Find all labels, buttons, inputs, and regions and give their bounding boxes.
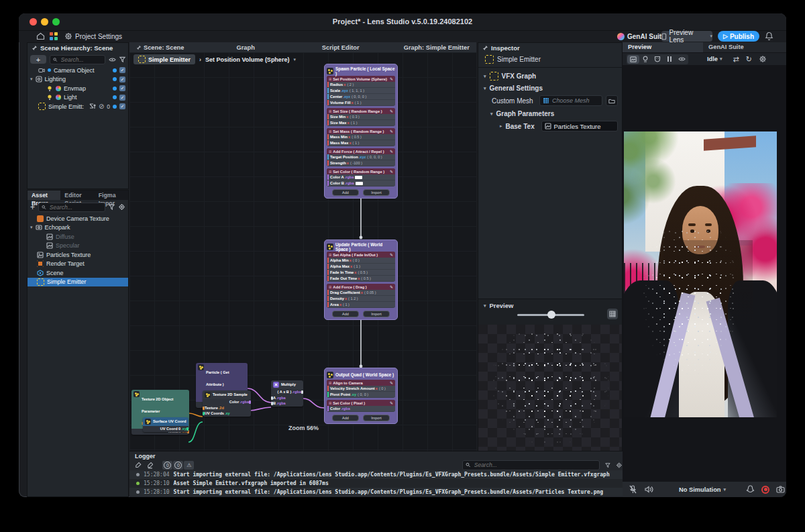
- visible-dot[interactable]: [113, 77, 117, 81]
- edit-icon[interactable]: ✎: [390, 252, 393, 257]
- scene-hierarchy-header[interactable]: Scene Hierarchy: Scene: [28, 43, 128, 53]
- inspector-header[interactable]: Inspector: [478, 43, 622, 53]
- general-settings-section[interactable]: ▾ General Settings: [478, 82, 622, 93]
- preview-settings-icon[interactable]: [759, 55, 767, 63]
- choose-mesh-field[interactable]: Choose Mesh: [539, 95, 602, 106]
- param-row[interactable]: Velocity Stretch Amountx( 0 ): [327, 386, 395, 391]
- edit-icon[interactable]: ✎: [390, 109, 393, 113]
- block-set-position-volume[interactable]: ⊞ Set Position Volume (Sphere)✎ Radiusx(…: [327, 76, 395, 106]
- visible-dot[interactable]: [113, 95, 117, 99]
- node-update-particle[interactable]: Update Particle ( World Space ) ⊞ Set Al…: [324, 240, 398, 320]
- tab-editor-script[interactable]: Editor Script: [60, 191, 94, 200]
- asset-row-specular[interactable]: Specular: [28, 242, 128, 251]
- asset-row-device-camera[interactable]: Device Camera Texture: [28, 214, 128, 223]
- asset-search-input[interactable]: [48, 203, 102, 211]
- enabled-checkbox[interactable]: ✓: [119, 85, 125, 91]
- workspace-grid-icon[interactable]: [50, 32, 58, 40]
- visible-dot[interactable]: [113, 105, 117, 109]
- scene-row-simple-emitter[interactable]: Simple Emitt: ⊘ 0 ✓: [28, 102, 128, 111]
- block-add-force-attract[interactable]: ⊞ Add Force ( Attract / Repel )✎ Target …: [327, 148, 395, 166]
- asset-row-render-target[interactable]: Render Target: [28, 260, 128, 269]
- filter-icon[interactable]: [119, 56, 125, 62]
- param-row[interactable]: Areax( 1 ): [327, 302, 395, 307]
- visible-dot[interactable]: [113, 87, 117, 91]
- node-multiply[interactable]: ✕ Multiply ( A x B ).rgba A.rgba B.rgba: [271, 380, 303, 407]
- param-row[interactable]: Size Maxx( 1 ): [327, 120, 395, 125]
- input-port-row[interactable]: B.rgba: [271, 401, 303, 407]
- enabled-checkbox[interactable]: ✓: [119, 67, 125, 73]
- tab-script-editor[interactable]: Script Editor: [322, 44, 360, 51]
- tab-genai-suite[interactable]: GenAI Suite: [703, 42, 749, 52]
- scene-search-input[interactable]: [60, 56, 102, 64]
- param-row[interactable]: Drag Coefficientx( 0.05 ): [327, 290, 395, 295]
- project-settings-button[interactable]: Project Settings: [64, 32, 122, 41]
- collapse-chevron-icon[interactable]: ▾: [484, 74, 486, 79]
- node-spawn-particle[interactable]: Spawn Particle ( Local Space ) ⊞ Set Pos…: [324, 64, 398, 199]
- scene-search[interactable]: [50, 55, 105, 64]
- edit-icon[interactable]: ✎: [390, 129, 393, 134]
- breadcrumb-root-chip[interactable]: Simple Emitter: [133, 54, 195, 64]
- input-port-row[interactable]: Texture.2d: [203, 405, 251, 411]
- collapse-chevron-icon[interactable]: ▾: [484, 86, 486, 91]
- webcam-button[interactable]: [639, 55, 651, 64]
- clear-on-run-icon[interactable]: [147, 462, 154, 469]
- log-entry[interactable]: 15:28:10 Asset Simple Emitter.vfxgraph i…: [129, 479, 623, 488]
- edit-icon[interactable]: ✎: [390, 149, 393, 154]
- enabled-checkbox[interactable]: ✓: [119, 103, 125, 109]
- camera-preview-image[interactable]: [624, 131, 777, 417]
- tab-figma-import[interactable]: Figma Impor: [95, 191, 128, 200]
- tab-scene[interactable]: Scene: Scene: [136, 44, 184, 51]
- input-port[interactable]: [271, 402, 273, 405]
- genai-suite-button[interactable]: GenAI Suite: [617, 32, 665, 41]
- input-port[interactable]: [203, 412, 205, 415]
- add-block-button[interactable]: Add: [332, 311, 359, 317]
- import-block-button[interactable]: Import: [363, 189, 390, 196]
- filter-icon[interactable]: [109, 204, 115, 210]
- param-row[interactable]: Scale.xyz( 1, 1, 1 ): [327, 88, 395, 93]
- breadcrumb-current[interactable]: Set Position Volume (Sphere): [205, 56, 289, 63]
- enabled-checkbox[interactable]: ✓: [119, 76, 125, 83]
- gear-icon[interactable]: [616, 462, 623, 469]
- chevron-down-icon[interactable]: ▾: [293, 57, 296, 62]
- input-port-row[interactable]: UV Coords.xy: [203, 411, 251, 417]
- gear-icon[interactable]: [118, 203, 125, 211]
- restart-icon[interactable]: ↻: [746, 55, 752, 64]
- scene-row-lighting[interactable]: ▾ Lighting ✓: [28, 75, 128, 85]
- add-object-button[interactable]: +: [30, 55, 46, 64]
- collapse-chevron-icon[interactable]: ▾: [484, 303, 486, 309]
- output-port[interactable]: [249, 401, 251, 404]
- image-source-button[interactable]: [627, 55, 639, 64]
- output-port-row[interactable]: UV Coord 0.xy: [143, 426, 189, 432]
- info-filter-badge[interactable]: 0: [162, 461, 172, 470]
- import-block-button[interactable]: Import: [363, 415, 390, 421]
- record-button[interactable]: [761, 486, 769, 494]
- preview-scale-slider-handle[interactable]: [547, 311, 555, 319]
- warning-filter-badge[interactable]: ⚠: [184, 461, 194, 470]
- collapse-chevron-icon[interactable]: ▾: [490, 111, 493, 117]
- visible-dot[interactable]: [113, 68, 117, 72]
- expand-chevron-icon[interactable]: ▾: [30, 76, 33, 82]
- log-entry[interactable]: 15:28:10 Start importing external file: …: [129, 488, 623, 496]
- base-tex-value-field[interactable]: Particles Texture: [541, 121, 618, 131]
- param-row[interactable]: Pivot Point.xy( 0, 0 ): [327, 392, 395, 397]
- asset-row-scene[interactable]: Scene: [28, 268, 128, 278]
- edit-icon[interactable]: ✎: [390, 76, 393, 81]
- scene-row-camera-object[interactable]: Camera Object ✓: [28, 66, 128, 75]
- clear-log-icon[interactable]: [135, 462, 142, 469]
- preview-grid-button[interactable]: [607, 309, 618, 319]
- face-mask-button[interactable]: [651, 55, 663, 64]
- logger-search[interactable]: [462, 460, 600, 470]
- edit-icon[interactable]: ✎: [390, 169, 393, 174]
- input-port[interactable]: [203, 407, 205, 410]
- output-port-row[interactable]: Color.rgba: [203, 399, 251, 405]
- vfx-graph-section[interactable]: ▾ VFX Graph: [478, 68, 622, 82]
- param-row[interactable]: Radiusx( 2 ): [327, 82, 395, 87]
- param-row[interactable]: Densityx( 1.2 ): [327, 296, 395, 301]
- disabled-icon[interactable]: ⊘: [99, 103, 104, 110]
- graph-parameters-section[interactable]: ▾ Graph Parameters: [478, 107, 622, 119]
- edit-icon[interactable]: ✎: [390, 380, 393, 385]
- simulation-dropdown[interactable]: No Simulation▾: [679, 486, 726, 493]
- node-output-quad[interactable]: Output Quad ( World Space ) ⊞ Align to C…: [324, 368, 398, 424]
- block-set-color-pixel[interactable]: ⊞ Set Color ( Pixel )✎ Color.rgba: [327, 400, 395, 412]
- screenshot-camera-icon[interactable]: [776, 486, 785, 493]
